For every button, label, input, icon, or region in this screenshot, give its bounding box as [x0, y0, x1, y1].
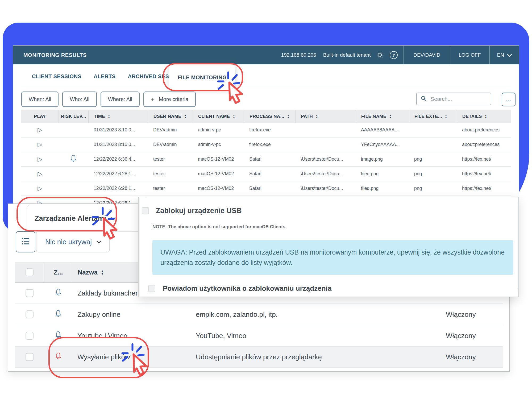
file-monitoring-table: PLAY RISK LEV... TIME ▲▼ USER NAME ▲▼ CL… — [21, 110, 511, 211]
play-button[interactable]: ▷ — [38, 156, 42, 162]
column-header-process-name[interactable]: PROCESS NA... ▲▼ — [244, 110, 295, 123]
play-button[interactable]: ▷ — [38, 142, 42, 148]
time-cell: 12/22/2022 6:28:1... — [88, 167, 148, 181]
select-cell — [15, 283, 44, 304]
alert-bell-icon — [55, 288, 62, 298]
filter-who-button[interactable]: Who: All — [62, 92, 97, 107]
filter-where-button[interactable]: Where: All — [101, 92, 140, 107]
search-input[interactable] — [430, 96, 484, 102]
play-button[interactable]: ▷ — [38, 171, 42, 177]
path-cell — [295, 138, 356, 152]
block-usb-checkbox[interactable] — [142, 207, 149, 214]
play-cell: ▷ — [21, 167, 59, 181]
column-header-user-name[interactable]: USER NAME ▲▼ — [148, 110, 193, 123]
select-all-checkbox[interactable] — [26, 268, 34, 276]
file-name-cell: AAAAAB8AAAA... — [356, 123, 409, 137]
sort-icon[interactable]: ▲▼ — [232, 114, 235, 119]
client-cell: macOS-12-VM02 — [193, 152, 244, 166]
sort-icon[interactable]: ▲▼ — [485, 114, 487, 119]
file-ext-cell: png — [409, 181, 457, 196]
help-icon[interactable]: ? — [390, 51, 398, 59]
file-table-row[interactable]: ▷12/22/2022 6:28:1...testermacOS-12-VM02… — [21, 167, 511, 181]
rule-websites-cell: YouTube, Vimeo — [190, 325, 440, 346]
column-header-time[interactable]: TIME ▲▼ — [88, 110, 148, 123]
play-button[interactable]: ▷ — [38, 127, 42, 133]
user-cell: tester — [148, 152, 193, 166]
search-icon — [421, 95, 427, 103]
play-cell: ▷ — [21, 123, 59, 137]
user-cell: DEV\admin — [148, 123, 193, 137]
file-table-row[interactable]: ▷01/31/2023 8:10:0...DEV\adminadmin-v-pc… — [21, 123, 511, 138]
column-header-play: PLAY — [21, 110, 59, 123]
play-button[interactable]: ▷ — [38, 185, 42, 192]
select-cell — [15, 325, 44, 346]
bell-cell — [44, 283, 72, 304]
process-cell: Safari — [244, 152, 295, 166]
play-cell: ▷ — [21, 152, 59, 166]
notify-user-row: Powiadom użytkownika o zablokowaniu urzą… — [148, 284, 331, 293]
file-table-row[interactable]: ▷01/31/2023 8:10:0...DEV\adminadmin-v-pc… — [21, 138, 511, 152]
logged-in-user[interactable]: DEV\DAVID — [404, 52, 450, 58]
column-header-file-name[interactable]: FILE NAME ▲▼ — [356, 110, 409, 123]
block-usb-label: Zablokuj urządzenie USB — [156, 207, 242, 215]
alert-rule-row[interactable]: Zakupy onlineempik.com, zalando.pl, itp.… — [15, 304, 503, 325]
list-view-button[interactable] — [16, 231, 35, 252]
row-checkbox[interactable] — [26, 353, 34, 361]
sort-icon[interactable]: ▲▼ — [445, 114, 447, 119]
page: MONITORING RESULTS 192.168.60.206 Built-… — [0, 0, 532, 399]
log-off-button[interactable]: LOG OFF — [450, 52, 489, 58]
click-cursor-icon — [216, 71, 251, 106]
time-cell: 01/31/2023 8:10:0... — [88, 138, 148, 152]
file-table-header: PLAY RISK LEV... TIME ▲▼ USER NAME ▲▼ CL… — [21, 110, 511, 123]
path-cell — [295, 123, 356, 137]
tab-alerts[interactable]: ALERTS — [94, 73, 115, 80]
sort-icon[interactable]: ▲▼ — [184, 114, 187, 119]
language-selector[interactable]: EN — [490, 52, 519, 58]
hide-filter-label: Nic nie ukrywaj — [45, 238, 92, 246]
details-cell: about:preferences — [457, 123, 511, 137]
column-header-details[interactable]: DETAILS ▲▼ — [457, 110, 511, 123]
risk-level-cell — [59, 181, 88, 196]
time-cell: 12/22/2022 6:36:4... — [88, 152, 148, 166]
rule-name-cell: Zakupy online — [72, 304, 190, 325]
sort-icon[interactable]: ▲▼ — [101, 270, 104, 275]
user-cell: DEV\admin — [148, 138, 193, 152]
file-name-cell: YFeCnyoAAAAA... — [356, 138, 409, 152]
sort-icon[interactable]: ▲▼ — [108, 114, 110, 119]
file-name-cell: fileq.png — [356, 167, 409, 181]
path-cell: \Users\tester\Docu... — [295, 167, 356, 181]
tab-client-sessions[interactable]: CLIENT SESSIONS — [32, 73, 81, 80]
rule-status-cell: Włączony — [440, 347, 503, 367]
list-icon — [21, 237, 30, 247]
more-criteria-button[interactable]: + More criteria — [143, 92, 196, 107]
notify-user-checkbox[interactable] — [148, 285, 155, 292]
sort-icon[interactable]: ▲▼ — [287, 114, 289, 119]
process-cell: Safari — [244, 167, 295, 181]
client-cell: macOS-12-VM02 — [193, 167, 244, 181]
plus-icon: + — [151, 95, 155, 103]
table-options-button[interactable]: ... — [502, 93, 516, 106]
column-header-client-name[interactable]: CLIENT NAME ▲▼ — [193, 110, 244, 123]
click-cursor-icon — [90, 207, 125, 242]
column-header-path[interactable]: PATH ▲▼ — [295, 110, 356, 123]
row-checkbox[interactable] — [26, 332, 34, 340]
file-ext-cell: png — [409, 152, 457, 166]
file-table-row[interactable]: ▷12/22/2022 6:28:1...testermacOS-12-VM02… — [21, 181, 511, 196]
gear-icon[interactable] — [376, 51, 384, 59]
row-checkbox[interactable] — [26, 289, 34, 297]
filter-bar: When: All Who: All Where: All + More cri… — [21, 92, 196, 107]
usb-blocking-panel: Zablokuj urządzenie USB NOTE: The above … — [138, 197, 519, 297]
user-cell: tester — [148, 167, 193, 181]
risk-level-cell — [59, 167, 88, 181]
window-header: MONITORING RESULTS 192.168.60.206 Built-… — [13, 46, 519, 64]
sort-icon[interactable]: ▲▼ — [389, 114, 392, 119]
row-checkbox[interactable] — [26, 310, 34, 318]
alert-bell-icon — [55, 309, 62, 320]
column-header-file-extension[interactable]: FILE EXTE... ▲▼ — [409, 110, 457, 123]
client-cell: admin-v-pc — [193, 138, 244, 152]
sort-icon[interactable]: ▲▼ — [315, 114, 318, 119]
language-label: EN — [497, 52, 504, 58]
file-table-row[interactable]: ▷12/22/2022 6:36:4...testermacOS-12-VM02… — [21, 152, 511, 167]
filter-when-button[interactable]: When: All — [21, 92, 59, 107]
column-header-risk-level: RISK LEV... — [59, 110, 88, 123]
